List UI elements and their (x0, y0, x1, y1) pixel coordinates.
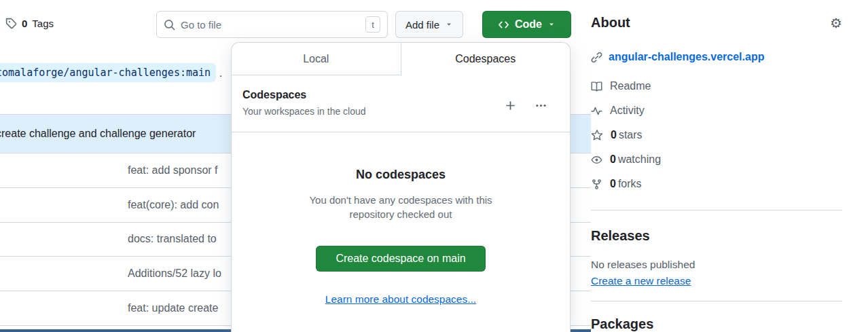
code-icon (498, 19, 509, 31)
shortcut-key-hint: t (365, 16, 380, 33)
tags-count: 0 (22, 18, 27, 29)
codespaces-subtitle: Your workspaces in the cloud (242, 106, 366, 117)
repo-forked-icon (591, 179, 602, 190)
search-icon (164, 19, 175, 31)
branch-ref-code[interactable]: tomalaforge/angular-challenges:main (0, 63, 216, 82)
about-title: About (591, 15, 630, 31)
commit-message-link[interactable]: feat(core): add con (128, 199, 219, 211)
about-list: Readme Activity 0stars 0watching (591, 74, 842, 196)
book-icon (591, 81, 602, 92)
releases-title: Releases (591, 228, 842, 244)
link-icon (591, 52, 602, 63)
create-codespace-button[interactable]: Create codespace on main (316, 246, 485, 272)
star-icon (591, 129, 603, 141)
chevron-down-icon (547, 20, 556, 29)
compare-branch-ref: tomalaforge/angular-challenges:main . (0, 63, 222, 82)
eye-icon (591, 154, 602, 166)
github-repo-page: 0 Tags t Add file Code tomalaforge/angul… (0, 0, 868, 332)
sidebar-item-label: 0stars (611, 129, 643, 141)
releases-empty-text: No releases published (591, 259, 842, 271)
code-button[interactable]: Code (482, 11, 571, 38)
empty-state-description: You don't have any codespaces with this … (295, 193, 506, 221)
sidebar-item-label: Readme (610, 80, 651, 92)
kebab-menu-icon[interactable] (535, 94, 547, 117)
website-link[interactable]: angular-challenges.vercel.app (609, 51, 764, 63)
sidebar-item-label: 0forks (610, 178, 642, 190)
packages-title: Packages (591, 316, 842, 332)
sidebar-item-readme[interactable]: Readme (591, 74, 842, 98)
sidebar-item-activity[interactable]: Activity (591, 98, 842, 123)
tags-label: Tags (32, 18, 54, 29)
empty-state-title: No codespaces (232, 168, 570, 182)
codespaces-empty-state: No codespaces You don't have any codespa… (232, 168, 570, 306)
branch-ref-suffix: . (219, 67, 222, 79)
tab-local[interactable]: Local (232, 43, 401, 75)
divider (591, 301, 842, 301)
website-row: angular-challenges.vercel.app (591, 51, 842, 63)
tags-link[interactable]: 0 Tags (5, 18, 54, 29)
tag-icon (5, 18, 17, 29)
about-header: About ⚙ (591, 15, 842, 31)
sidebar-item-stars[interactable]: 0stars (591, 123, 842, 147)
sidebar-item-label: Activity (610, 105, 645, 117)
latest-commit-message[interactable]: create challenge and challenge generator (0, 128, 196, 140)
repo-sidebar: About ⚙ angular-challenges.vercel.app Re… (591, 0, 842, 332)
sidebar-item-label: 0watching (610, 153, 661, 166)
plus-icon[interactable] (505, 94, 516, 117)
pulse-icon (591, 105, 602, 117)
add-file-label: Add file (405, 19, 439, 31)
code-label: Code (515, 18, 542, 31)
commit-message-link[interactable]: docs: translated to (128, 233, 217, 245)
chevron-down-icon (445, 20, 453, 29)
commit-message-link[interactable]: Additions/52 lazy lo (128, 268, 221, 280)
sidebar-item-forks[interactable]: 0forks (591, 172, 842, 196)
gear-icon[interactable]: ⚙ (830, 16, 842, 30)
go-to-file-search[interactable]: t (156, 11, 388, 38)
learn-more-link[interactable]: Learn more about codespaces... (232, 293, 570, 306)
code-dropdown-panel: Local Codespaces Codespaces Your workspa… (231, 42, 571, 332)
commit-message-link[interactable]: feat: update create (128, 302, 218, 314)
codespaces-title: Codespaces (242, 89, 366, 101)
add-file-button[interactable]: Add file (395, 11, 463, 38)
code-panel-tabs: Local Codespaces (232, 43, 570, 75)
divider (591, 210, 842, 210)
codespaces-header-actions (505, 94, 547, 117)
codespaces-header: Codespaces Your workspaces in the cloud (232, 75, 570, 132)
commit-message-link[interactable]: feat: add sponsor f (128, 164, 218, 177)
search-input[interactable] (181, 19, 360, 31)
sidebar-item-watching[interactable]: 0watching (591, 147, 842, 172)
create-release-link[interactable]: Create a new release (591, 275, 691, 287)
tab-codespaces[interactable]: Codespaces (401, 43, 571, 75)
